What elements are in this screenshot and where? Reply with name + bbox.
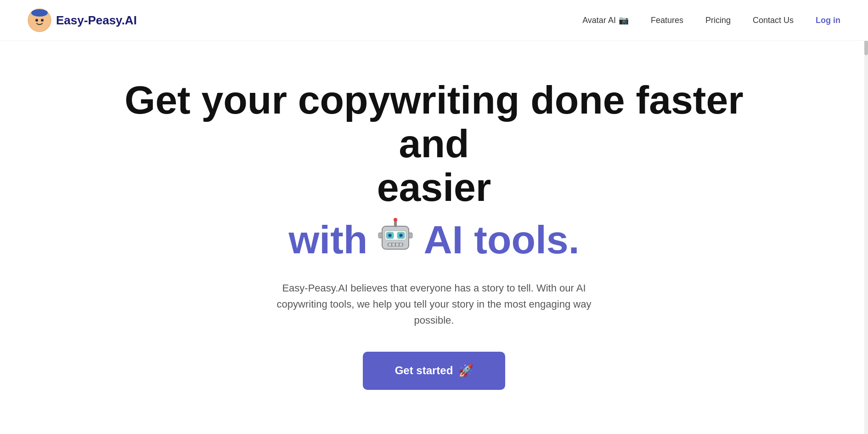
svg-rect-22: [409, 233, 412, 238]
hero-subheading: with: [288, 218, 579, 262]
camera-icon: 📷: [619, 15, 629, 25]
svg-point-8: [394, 218, 397, 222]
hero-heading: Get your copywriting done faster and eas…: [113, 78, 755, 209]
svg-point-5: [41, 19, 44, 22]
svg-rect-3: [32, 12, 47, 15]
hero-section: Get your copywriting done faster and eas…: [0, 41, 868, 418]
svg-rect-18: [392, 243, 395, 246]
svg-rect-21: [378, 233, 382, 238]
scrollbar-track: [864, 0, 868, 434]
avatar-ai-label: Avatar AI: [582, 16, 616, 25]
robot-icon: [377, 218, 414, 262]
nav-link-pricing[interactable]: Pricing: [705, 16, 731, 25]
hero-description: Easy-Peasy.AI believes that everyone has…: [269, 280, 599, 329]
navbar: Easy-Peasy.AI Avatar AI 📷 Features Prici…: [0, 0, 868, 41]
nav-links: Avatar AI 📷 Features Pricing Contact Us …: [582, 15, 840, 25]
nav-link-avatar-ai[interactable]: Avatar AI 📷: [582, 15, 629, 25]
nav-link-login[interactable]: Log in: [816, 16, 840, 25]
svg-point-4: [35, 19, 38, 22]
logo[interactable]: Easy-Peasy.AI: [28, 8, 137, 32]
get-started-button[interactable]: Get started 🚀: [363, 352, 506, 390]
nav-link-features[interactable]: Features: [651, 16, 683, 25]
rocket-icon: 🚀: [458, 364, 473, 378]
svg-rect-20: [400, 243, 402, 246]
logo-icon: [28, 8, 51, 32]
svg-point-15: [400, 234, 402, 236]
svg-point-12: [389, 234, 391, 236]
svg-rect-17: [389, 243, 391, 246]
logo-text: Easy-Peasy.AI: [56, 13, 137, 28]
svg-rect-19: [396, 243, 399, 246]
nav-link-contact[interactable]: Contact Us: [753, 16, 794, 25]
